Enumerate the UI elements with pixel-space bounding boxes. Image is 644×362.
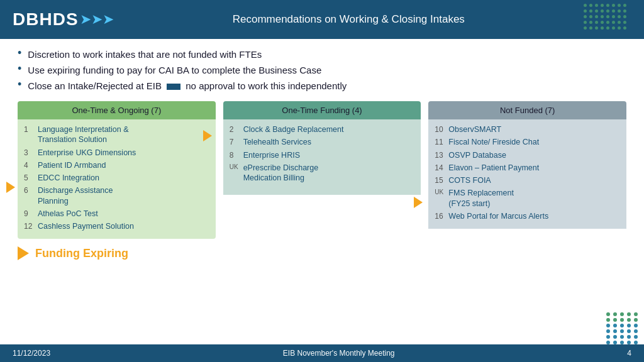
- arrow-yellow-icon-3: [414, 197, 423, 208]
- column-3: Not Funded (7) 10 ObservSMART 11 Fiscal …: [428, 101, 626, 239]
- col1-item-2: 3 Enterprise UKG Dimensions: [24, 148, 209, 158]
- bullet-text-3: Close an Intake/Rejected at EIB no appro…: [28, 79, 347, 92]
- col1-item-4: 5 EDCC Integration: [24, 173, 209, 183]
- col2-num-4: UK: [230, 163, 243, 170]
- col1-num-4: 5: [24, 173, 38, 182]
- col2-item-4: UK ePrescribe DischargeMedication Billin…: [230, 163, 415, 184]
- funding-label: Funding Expiring: [35, 247, 128, 260]
- footer-page: 4: [627, 349, 631, 358]
- col2-label-2: Telehealth Services: [243, 137, 311, 147]
- bullets-section: • Discretion to work intakes that are no…: [18, 48, 626, 92]
- col3-label-3: OSVP Database: [448, 150, 506, 160]
- col3-label-6: FMS Replacement(FY25 start): [448, 188, 514, 209]
- col3-body: 10 ObservSMART 11 Fiscal Note/ Fireside …: [428, 119, 626, 229]
- col3-num-3: 13: [435, 150, 448, 160]
- bullet-text-2: Use expiring funding to pay for CAI BA t…: [28, 63, 321, 77]
- logo-arrows-icon: ➤➤➤: [80, 11, 114, 28]
- col1-item-7: 12 Cashless Payment Solution: [24, 221, 209, 231]
- col3-label-4: Elavon – Patient Payment: [448, 163, 539, 173]
- col2-body: 2 Clock & Badge Replacement 7 Telehealth…: [223, 119, 421, 195]
- col1-label-3: Patient ID Armband: [38, 160, 106, 170]
- col3-num-7: 16: [435, 211, 448, 221]
- col3-item-4: 14 Elavon – Patient Payment: [435, 163, 620, 173]
- bullet-item-3: • Close an Intake/Rejected at EIB no app…: [18, 79, 626, 92]
- col3-num-6: UK: [435, 188, 448, 195]
- col3-header: Not Funded (7): [428, 101, 626, 119]
- col1-num-1: 1: [24, 124, 38, 134]
- col2-num-1: 2: [230, 124, 243, 134]
- arrow-mid: [203, 130, 212, 141]
- col2-item-1: 2 Clock & Badge Replacement: [230, 124, 415, 134]
- col1-num-5: 6: [24, 185, 38, 195]
- column-1: One-Time & Ongoing (7) 1 Language Interp…: [18, 101, 216, 239]
- bullet-item-1: • Discretion to work intakes that are no…: [18, 48, 626, 61]
- col3-num-2: 11: [435, 137, 448, 146]
- col1-label-4: EDCC Integration: [38, 173, 99, 183]
- col1-num-7: 12: [24, 221, 38, 231]
- col3-num-5: 15: [435, 175, 448, 185]
- main-content: • Discretion to work intakes that are no…: [0, 39, 644, 260]
- col2-num-2: 7: [230, 137, 243, 146]
- col1-label-1: Language Interpretation &Translation Sol…: [38, 124, 129, 145]
- col3-item-7: 16 Web Portal for Marcus Alerts: [435, 211, 620, 221]
- eib-icon: [167, 84, 180, 90]
- col3-item-1: 10 ObservSMART: [435, 124, 620, 134]
- col3-item-3: 13 OSVP Database: [435, 150, 620, 160]
- bullet-dot-2: •: [18, 62, 21, 75]
- col3-item-2: 11 Fiscal Note/ Fireside Chat: [435, 137, 620, 147]
- columns-container: One-Time & Ongoing (7) 1 Language Interp…: [18, 101, 626, 239]
- funding-section: Funding Expiring: [18, 246, 626, 260]
- col3-label-5: COTS FOIA: [448, 175, 491, 185]
- col1-item-6: 9 Athelas PoC Test: [24, 209, 209, 219]
- funding-arrow-icon: [18, 246, 29, 260]
- col1-item-1: 1 Language Interpretation &Translation S…: [24, 124, 209, 145]
- col2-label-3: Enterprise HRIS: [243, 150, 300, 160]
- col2-num-3: 8: [230, 150, 243, 160]
- col3-label-7: Web Portal for Marcus Alerts: [448, 211, 548, 221]
- bullet-dot-1: •: [18, 47, 21, 60]
- col2-label-1: Clock & Badge Replacement: [243, 124, 344, 134]
- arrow-right: [414, 197, 423, 208]
- col3-num-1: 10: [435, 124, 448, 134]
- column-2: One-Time Funding (4) 2 Clock & Badge Rep…: [223, 101, 421, 239]
- col1-item-3: 4 Patient ID Armband: [24, 160, 209, 170]
- col1-body: 1 Language Interpretation &Translation S…: [18, 119, 216, 239]
- header-title: Recommendations on Working & Closing Int…: [114, 13, 584, 26]
- header-dots-decoration: [584, 4, 634, 35]
- footer: 11/12/2023 EIB November's Monthly Meetin…: [0, 344, 644, 362]
- bullet-item-2: • Use expiring funding to pay for CAI BA…: [18, 63, 626, 77]
- col3-label-2: Fiscal Note/ Fireside Chat: [448, 137, 539, 147]
- col3-num-4: 14: [435, 163, 448, 172]
- bullet-text-1: Discretion to work intakes that are not …: [28, 48, 262, 61]
- footer-date: 11/12/2023: [13, 349, 50, 358]
- col1-num-2: 3: [24, 148, 38, 157]
- col1-label-5: Discharge AssistancePlanning: [38, 185, 113, 206]
- col1-header: One-Time & Ongoing (7): [18, 101, 216, 119]
- col3-item-6: UK FMS Replacement(FY25 start): [435, 188, 620, 209]
- col3-item-5: 15 COTS FOIA: [435, 175, 620, 185]
- header: DBHDS ➤➤➤ Recommendations on Working & C…: [0, 0, 644, 39]
- col1-label-2: Enterprise UKG Dimensions: [38, 148, 136, 158]
- col1-label-7: Cashless Payment Solution: [38, 221, 134, 231]
- col1-item-5: 6 Discharge AssistancePlanning: [24, 185, 209, 206]
- logo-text: DBHDS: [13, 9, 79, 30]
- bullet-dot-3: •: [18, 78, 21, 91]
- arrow-yellow-icon-2: [203, 130, 212, 141]
- logo-area: DBHDS ➤➤➤: [13, 9, 114, 30]
- col2-item-2: 7 Telehealth Services: [230, 137, 415, 147]
- col2-label-4: ePrescribe DischargeMedication Billing: [243, 163, 319, 184]
- dots-grid: [584, 4, 634, 31]
- col3-label-1: ObservSMART: [448, 124, 501, 134]
- col1-num-3: 4: [24, 160, 38, 170]
- col1-label-6: Athelas PoC Test: [38, 209, 98, 219]
- col1-num-6: 9: [24, 209, 38, 218]
- col2-header: One-Time Funding (4): [223, 101, 421, 119]
- footer-meeting: EIB November's Monthly Meeting: [283, 349, 395, 358]
- bottom-dots-grid: [606, 312, 639, 344]
- col2-item-3: 8 Enterprise HRIS: [230, 150, 415, 160]
- bottom-right-dots: [606, 312, 639, 344]
- arrow-left: [6, 182, 15, 193]
- arrow-yellow-icon-1: [6, 182, 15, 193]
